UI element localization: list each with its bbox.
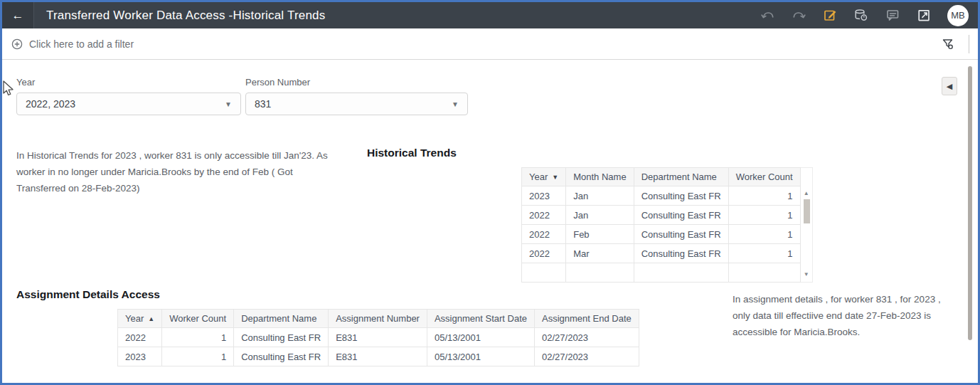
- cell-year[interactable]: 2022: [522, 225, 566, 244]
- column-header-year[interactable]: Year▲: [118, 310, 162, 328]
- filter-bar-right: [940, 35, 978, 53]
- cell-month[interactable]: Mar: [566, 244, 634, 263]
- cell-assignment-start-date[interactable]: 05/13/2001: [427, 347, 534, 366]
- note-line: In assignment details , for worker 831 ,…: [733, 291, 971, 307]
- cell-assignment-end-date[interactable]: 02/27/2023: [535, 328, 639, 347]
- add-filter-label: Click here to add a filter: [29, 38, 134, 50]
- person-number-filter-label: Person Number: [245, 77, 310, 88]
- cell-assignment-number[interactable]: E831: [329, 347, 427, 366]
- cell-worker-count[interactable]: 1: [728, 244, 800, 263]
- cell-assignment-start-date[interactable]: 05/13/2001: [427, 328, 534, 347]
- table-row-partial: [522, 263, 801, 283]
- scrollbar-thumb[interactable]: [804, 199, 810, 223]
- year-filter-label: Year: [16, 77, 35, 88]
- note-line: accessible for Maricia.Brooks.: [733, 324, 971, 340]
- cell-worker-count[interactable]: 1: [728, 186, 800, 206]
- column-header-label: Month Name: [573, 172, 626, 182]
- undo-button[interactable]: [760, 8, 775, 23]
- column-header-label: Assignment Number: [336, 313, 420, 324]
- year-dropdown-caret-icon: ▼: [225, 100, 232, 108]
- cell-department[interactable]: Consulting East FR: [634, 206, 728, 225]
- undo-icon: [760, 8, 775, 23]
- year-filter-dropdown[interactable]: 2022, 2023 ▼: [16, 93, 241, 115]
- cell-worker-count[interactable]: 1: [728, 225, 800, 244]
- note-line: Transferred on 28-Feb-2023): [16, 180, 358, 196]
- cell-department[interactable]: Consulting East FR: [634, 186, 728, 206]
- note-line: worker in no longer under Maricia.Brooks…: [16, 164, 358, 180]
- person-number-dropdown-caret-icon: ▼: [452, 100, 459, 108]
- scroll-up-icon[interactable]: ▲: [801, 190, 812, 196]
- page-scrollbar-thumb[interactable]: [968, 66, 972, 340]
- scroll-down-icon[interactable]: ▼: [801, 271, 812, 278]
- cell-year[interactable]: 2022: [522, 244, 566, 263]
- historical-trends-note: In Historical Trends for 2023 , worker 8…: [16, 147, 358, 196]
- table-row: 2022 1 Consulting East FR E831 05/13/200…: [118, 328, 639, 347]
- filter-bar: Click here to add a filter: [2, 28, 978, 60]
- filter-funnel-icon: [941, 37, 955, 51]
- table-row: 2022 Mar Consulting East FR 1: [522, 244, 801, 263]
- cell-year[interactable]: 2022: [118, 328, 162, 347]
- person-number-filter-dropdown[interactable]: 831 ▼: [245, 93, 468, 115]
- table-vertical-scrollbar[interactable]: ▲ ▼: [801, 167, 813, 283]
- column-header-department-name[interactable]: Department Name: [234, 310, 329, 328]
- column-header-label: Year: [529, 172, 548, 182]
- header-actions: MB: [760, 5, 978, 26]
- database-refresh-icon: [853, 8, 869, 23]
- redo-icon: [792, 8, 806, 23]
- column-header-label: Department Name: [641, 172, 717, 182]
- cell-department[interactable]: Consulting East FR: [634, 225, 728, 244]
- user-avatar[interactable]: MB: [947, 5, 969, 26]
- app-window: ← Transferred Worker Data Access -Histor…: [0, 0, 980, 385]
- collapse-panel-button[interactable]: ◀: [942, 77, 957, 95]
- present-button[interactable]: [916, 8, 932, 23]
- cell-department[interactable]: Consulting East FR: [234, 347, 329, 366]
- person-number-filter-value: 831: [255, 98, 271, 110]
- mouse-cursor-icon: [2, 80, 15, 97]
- cell-month[interactable]: Feb: [566, 225, 634, 244]
- refresh-data-button[interactable]: [853, 8, 869, 23]
- collapse-left-icon: ◀: [947, 82, 952, 91]
- column-header-assignment-end-date[interactable]: Assignment End Date: [535, 310, 639, 328]
- limit-values-button[interactable]: [940, 36, 956, 52]
- cell-year[interactable]: 2023: [118, 347, 162, 366]
- cell-assignment-end-date[interactable]: 02/27/2023: [535, 347, 639, 366]
- column-header-label: Worker Count: [169, 313, 226, 324]
- open-present-icon: [917, 8, 932, 23]
- filter-bar-divider: [969, 35, 969, 53]
- column-header-label: Year: [125, 313, 144, 324]
- cell-year[interactable]: 2023: [522, 186, 566, 206]
- page-title: Transferred Worker Data Access -Historic…: [46, 9, 325, 23]
- cell-year[interactable]: 2022: [522, 206, 566, 225]
- cell-month[interactable]: Jan: [566, 206, 634, 225]
- cell-worker-count[interactable]: 1: [162, 347, 234, 366]
- column-header-label: Assignment End Date: [542, 313, 632, 324]
- column-header-worker-count[interactable]: Worker Count: [728, 168, 800, 186]
- cell-department[interactable]: Consulting East FR: [234, 328, 329, 347]
- edit-button[interactable]: [822, 8, 838, 23]
- add-filter-button[interactable]: Click here to add a filter: [11, 38, 134, 50]
- cell-department[interactable]: Consulting East FR: [634, 244, 728, 263]
- column-header-assignment-start-date[interactable]: Assignment Start Date: [427, 310, 534, 328]
- table-row: 2022 Jan Consulting East FR 1: [522, 206, 801, 225]
- cell-worker-count[interactable]: 1: [728, 206, 800, 225]
- edit-pencil-icon: [823, 8, 838, 23]
- column-header-label: Assignment Start Date: [435, 313, 527, 324]
- column-header-label: Department Name: [241, 313, 316, 324]
- cell-worker-count[interactable]: 1: [162, 328, 234, 347]
- cell-assignment-number[interactable]: E831: [329, 328, 427, 347]
- back-button[interactable]: ←: [2, 2, 34, 28]
- column-header-worker-count[interactable]: Worker Count: [162, 310, 234, 328]
- column-header-year[interactable]: Year▼: [522, 168, 566, 186]
- column-header-department-name[interactable]: Department Name: [634, 168, 728, 186]
- cell-month[interactable]: Jan: [566, 186, 634, 206]
- redo-button[interactable]: [791, 8, 806, 23]
- column-header-label: Worker Count: [736, 172, 793, 182]
- sort-asc-icon: ▲: [148, 315, 154, 322]
- add-filter-plus-icon: [11, 38, 23, 50]
- comments-button[interactable]: [885, 8, 900, 23]
- column-header-assignment-number[interactable]: Assignment Number: [329, 310, 427, 328]
- assignment-details-note: In assignment details , for worker 831 ,…: [733, 291, 971, 340]
- table-row: 2023 1 Consulting East FR E831 05/13/200…: [118, 347, 639, 366]
- note-line: only data till effectiive end date 27-Fe…: [733, 307, 971, 324]
- column-header-month-name[interactable]: Month Name: [566, 168, 634, 186]
